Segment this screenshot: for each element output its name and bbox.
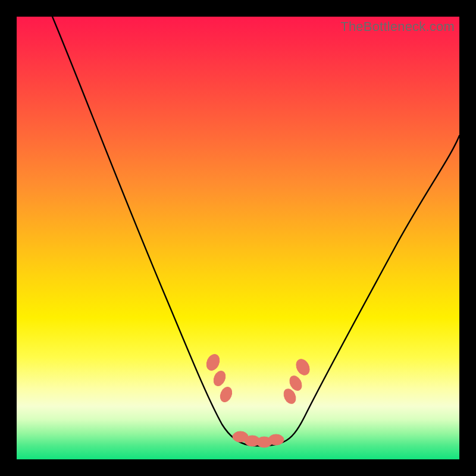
bead-flat-4 — [268, 434, 284, 445]
bead-left-3 — [218, 386, 234, 404]
bead-right-3 — [294, 357, 312, 377]
bottleneck-curve — [52, 17, 459, 446]
bead-left-2 — [211, 369, 227, 387]
bead-left-1 — [204, 352, 222, 372]
outer-frame: TheBottleneck.com — [0, 0, 476, 476]
plot-area: TheBottleneck.com — [17, 17, 459, 459]
chart-svg — [17, 17, 459, 459]
